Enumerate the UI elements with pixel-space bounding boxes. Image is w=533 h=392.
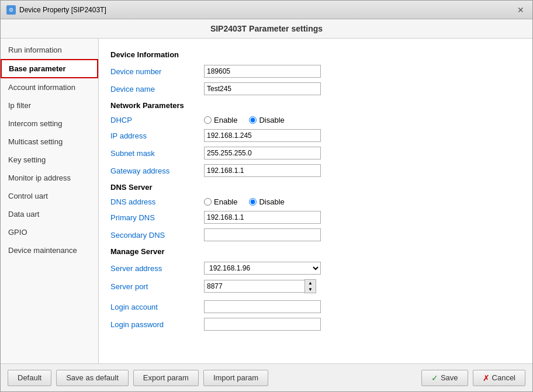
server-port-input[interactable]	[204, 280, 304, 293]
dns-disable-option[interactable]: Disable	[249, 197, 284, 206]
title-bar-left: ⚙ Device Property [SIP2403T]	[6, 5, 106, 15]
dhcp-disable-label: Disable	[259, 116, 284, 124]
dns-enable-label: Enable	[214, 197, 237, 206]
secondary-dns-row: Secondary DNS	[110, 228, 521, 241]
sidebar-item-key-setting[interactable]: Key setting	[1, 151, 98, 169]
server-address-row: Server address 192.168.1.96	[110, 262, 521, 275]
server-port-spinbox: ▲ ▼	[204, 279, 316, 293]
main-window: ⚙ Device Property [SIP2403T] ✕ SIP2403T …	[0, 0, 533, 392]
device-number-row: Device number	[110, 65, 521, 78]
dns-address-label: DNS address	[110, 197, 204, 206]
device-info-section-title: Device Information	[110, 50, 521, 59]
manage-server-section-title: Manage Server	[110, 247, 521, 256]
device-name-row: Device name	[110, 82, 521, 95]
dns-radio-group: Enable Disable	[204, 197, 285, 206]
sidebar-item-device-maintenance[interactable]: Device maintenance	[1, 241, 98, 259]
cancel-label: Cancel	[492, 373, 515, 382]
subnet-mask-input[interactable]	[204, 147, 321, 159]
save-label: Save	[441, 373, 458, 382]
login-password-row: Login password	[110, 318, 521, 331]
spinbox-up-button[interactable]: ▲	[305, 280, 316, 286]
dhcp-disable-radio[interactable]	[249, 116, 257, 124]
cancel-button[interactable]: ✗ Cancel	[473, 370, 525, 386]
dhcp-disable-option[interactable]: Disable	[249, 116, 284, 124]
header-title: SIP2403T Parameter settings	[210, 24, 323, 33]
sidebar: Run information Base parameter Account i…	[1, 39, 99, 363]
x-icon: ✗	[483, 373, 490, 383]
sidebar-item-run-information[interactable]: Run information	[1, 41, 98, 59]
subnet-mask-label: Subnet mask	[110, 149, 204, 158]
save-as-default-button[interactable]: Save as default	[56, 370, 129, 386]
dhcp-enable-label: Enable	[214, 116, 237, 124]
sidebar-item-data-uart[interactable]: Data uart	[1, 205, 98, 223]
ip-address-input[interactable]	[204, 129, 321, 142]
spinbox-buttons: ▲ ▼	[304, 279, 316, 293]
dns-disable-label: Disable	[259, 197, 284, 206]
sidebar-item-ip-filter[interactable]: Ip filter	[1, 96, 98, 115]
default-button[interactable]: Default	[8, 370, 51, 386]
dhcp-enable-option[interactable]: Enable	[204, 116, 237, 124]
dhcp-row: DHCP Enable Disable	[110, 116, 521, 124]
main-content: Run information Base parameter Account i…	[1, 39, 532, 363]
sidebar-item-account-information[interactable]: Account information	[1, 78, 98, 96]
sidebar-item-gpio[interactable]: GPIO	[1, 223, 98, 241]
device-name-input[interactable]	[204, 82, 321, 95]
dns-disable-radio[interactable]	[249, 198, 257, 206]
sidebar-item-monitor-ip-address[interactable]: Monitor ip address	[1, 169, 98, 187]
window-title: Device Property [SIP2403T]	[19, 6, 106, 14]
import-param-button[interactable]: Import param	[203, 370, 268, 386]
gateway-label: Gateway address	[110, 166, 204, 175]
server-port-row: Server port ▲ ▼	[110, 279, 521, 293]
server-address-select[interactable]: 192.168.1.96	[204, 262, 321, 275]
login-account-row: Login account	[110, 300, 521, 313]
login-password-input[interactable]	[204, 318, 321, 331]
sidebar-item-multicast-setting[interactable]: Multicast setting	[1, 133, 98, 151]
secondary-dns-label: Secondary DNS	[110, 231, 204, 240]
title-bar: ⚙ Device Property [SIP2403T] ✕	[1, 1, 532, 19]
device-name-label: Device name	[110, 85, 204, 93]
sidebar-item-control-uart[interactable]: Control uart	[1, 187, 98, 205]
secondary-dns-input[interactable]	[204, 228, 321, 241]
dhcp-enable-radio[interactable]	[204, 116, 212, 124]
primary-dns-row: Primary DNS	[110, 211, 521, 224]
login-account-input[interactable]	[204, 300, 321, 313]
gateway-input[interactable]	[204, 164, 321, 177]
sidebar-item-intercom-setting[interactable]: Intercom setting	[1, 115, 98, 133]
sidebar-item-base-parameter[interactable]: Base parameter	[1, 59, 98, 78]
dns-address-row: DNS address Enable Disable	[110, 197, 521, 206]
primary-dns-label: Primary DNS	[110, 213, 204, 222]
gateway-row: Gateway address	[110, 164, 521, 177]
window-close-button[interactable]: ✕	[515, 4, 527, 16]
dhcp-label: DHCP	[110, 116, 204, 124]
ip-address-label: IP address	[110, 131, 204, 140]
server-address-label: Server address	[110, 264, 204, 273]
save-button[interactable]: ✓ Save	[421, 370, 468, 386]
check-icon: ✓	[431, 373, 438, 383]
ip-address-row: IP address	[110, 129, 521, 142]
dns-server-section-title: DNS Server	[110, 183, 521, 192]
footer-bar: Default Save as default Export param Imp…	[1, 363, 532, 391]
app-icon: ⚙	[6, 5, 16, 15]
device-number-input[interactable]	[204, 65, 321, 78]
export-param-button[interactable]: Export param	[133, 370, 199, 386]
content-area: Device Information Device number Device …	[99, 39, 532, 363]
primary-dns-input[interactable]	[204, 211, 321, 224]
dhcp-radio-group: Enable Disable	[204, 116, 285, 124]
login-password-label: Login password	[110, 320, 204, 329]
dns-enable-option[interactable]: Enable	[204, 197, 237, 206]
header-bar: SIP2403T Parameter settings	[1, 19, 532, 39]
network-params-section-title: Network Parameters	[110, 101, 521, 110]
spinbox-down-button[interactable]: ▼	[305, 286, 316, 293]
device-number-label: Device number	[110, 67, 204, 76]
subnet-mask-row: Subnet mask	[110, 147, 521, 159]
login-account-label: Login account	[110, 303, 204, 311]
dns-enable-radio[interactable]	[204, 198, 212, 206]
server-port-label: Server port	[110, 282, 204, 291]
